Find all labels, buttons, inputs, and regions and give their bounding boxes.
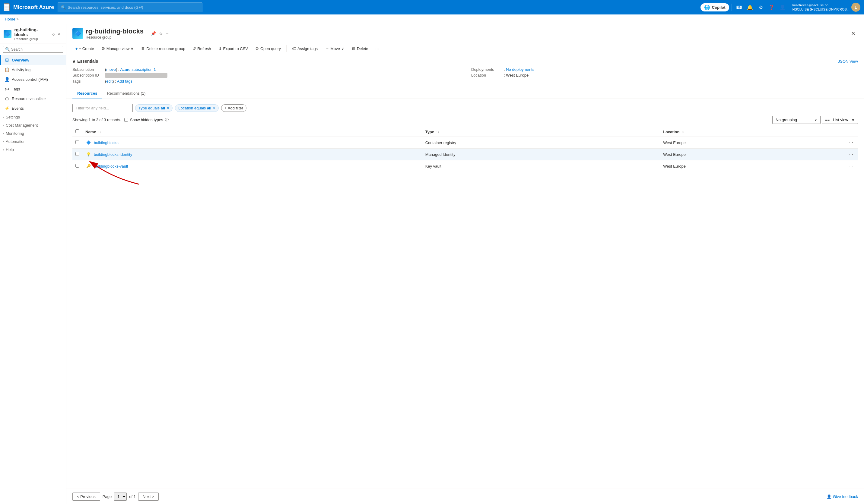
open-query-button[interactable]: ⚙ Open query <box>252 45 284 52</box>
tab-resources[interactable]: Resources <box>72 88 102 99</box>
resource-link-identity[interactable]: buildingblocks-identity <box>94 152 132 157</box>
global-search-box[interactable]: 🔍 <box>58 2 202 12</box>
resources-table: Name ↑↓ Type ↑↓ Location ↑↓ <box>72 127 858 172</box>
deployments-link[interactable]: No deployments <box>506 67 534 72</box>
delete-resource-group-button[interactable]: 🗑 Delete resource group <box>138 45 188 52</box>
more-options-button[interactable]: ··· <box>165 30 171 37</box>
move-chevron-icon: ∨ <box>341 46 344 51</box>
export-csv-button[interactable]: ⬇ Export to CSV <box>215 45 251 52</box>
hamburger-menu-button[interactable]: ☰ <box>4 3 10 11</box>
user-profile[interactable]: luisefreese@hscluise.on... HSCLUISE (HSC… <box>792 3 860 12</box>
type-sort-icon[interactable]: ↑↓ <box>436 131 439 134</box>
notifications-button[interactable]: 🔔 <box>745 2 755 12</box>
json-view-button[interactable]: JSON View <box>838 59 858 64</box>
essentials-collapse-icon: ∧ <box>72 59 75 64</box>
type-filter-chip[interactable]: Type equals all ✕ <box>135 104 172 112</box>
show-hidden-checkbox[interactable] <box>124 118 128 122</box>
create-icon: + <box>75 46 78 51</box>
tags-edit-link[interactable]: edit <box>106 79 112 84</box>
user-directory-button[interactable]: 👤 <box>778 2 788 12</box>
sidebar-group-help[interactable]: › Help <box>0 146 66 154</box>
row-checkbox-vault[interactable] <box>75 164 79 168</box>
toolbar-more-button[interactable]: ··· <box>373 45 382 52</box>
row-checkbox-identity[interactable] <box>75 152 79 156</box>
feedback-icon-button[interactable]: 📧 <box>734 2 744 12</box>
search-icon: 🔍 <box>61 5 66 10</box>
page-select[interactable]: 1 <box>114 493 127 501</box>
col-header-location[interactable]: Location ↑↓ <box>660 127 844 137</box>
subscription-move-link[interactable]: move <box>106 67 116 72</box>
records-count: Showing 1 to 3 of 3 records. <box>72 118 121 122</box>
grouping-dropdown[interactable]: No grouping ∨ <box>772 116 820 124</box>
name-sort-icon[interactable]: ↑↓ <box>98 131 101 134</box>
select-all-checkbox[interactable] <box>75 129 79 133</box>
automation-chevron-icon: › <box>3 140 4 143</box>
info-icon[interactable]: ⓘ <box>165 117 169 122</box>
sidebar-search-box[interactable]: 🔍 <box>3 46 63 53</box>
sidebar-group-automation[interactable]: › Automation <box>0 137 66 146</box>
create-button[interactable]: + + Create <box>72 45 97 52</box>
grouping-chevron-icon: ∨ <box>814 118 817 122</box>
tab-recommendations[interactable]: Recommendations (1) <box>102 88 150 99</box>
resource-name-cell-vault: 🔑 buildingblocks-vault <box>85 163 419 169</box>
resource-icon-buildingblocks: 🔷 <box>85 139 92 146</box>
location-filter-chip[interactable]: Location equals all ✕ <box>175 104 219 112</box>
give-feedback-button[interactable]: 👤 Give feedback <box>827 494 858 499</box>
next-button[interactable]: Next > <box>138 493 159 501</box>
copilot-label: Copilot <box>712 5 725 10</box>
tags-label: Tags <box>72 79 103 84</box>
location-filter-remove-icon[interactable]: ✕ <box>213 107 215 110</box>
brand-label: Microsoft Azure <box>13 4 54 11</box>
tags-add-link[interactable]: Add tags <box>117 79 132 84</box>
sidebar-item-activity-log[interactable]: 📋 Activity log <box>0 65 66 74</box>
delete-button[interactable]: 🗑 Delete <box>348 45 371 52</box>
essentials-header[interactable]: ∧ Essentials JSON View <box>72 59 858 64</box>
row-checkbox-buildingblocks[interactable] <box>75 140 79 144</box>
sidebar-item-tags[interactable]: 🏷 Tags <box>0 84 66 94</box>
manage-view-button[interactable]: ⚙ Manage view ∨ <box>98 45 137 52</box>
sidebar-title: rg-building-blocks <box>14 27 48 37</box>
col-header-type[interactable]: Type ↑↓ <box>422 127 660 137</box>
close-button[interactable]: ✕ <box>849 29 858 38</box>
view-dropdown[interactable]: ≡≡ List view ∨ <box>822 116 858 124</box>
row-more-button-buildingblocks[interactable]: ··· <box>848 139 855 146</box>
sidebar-item-resource-visualizer[interactable]: ⬡ Resource visualizer <box>0 94 66 103</box>
move-button[interactable]: → Move ∨ <box>322 45 347 52</box>
sidebar-group-monitoring[interactable]: › Monitoring <box>0 129 66 137</box>
sidebar-item-events[interactable]: ⚡ Events <box>0 103 66 113</box>
sidebar-collapse-button[interactable]: ◇ <box>51 31 56 37</box>
add-filter-button[interactable]: + Add filter <box>221 104 247 112</box>
help-icon-button[interactable]: ❓ <box>767 2 777 12</box>
favorite-button[interactable]: ☆ <box>158 30 164 37</box>
location-value: : West Europe <box>504 73 529 77</box>
refresh-button[interactable]: ↺ Refresh <box>190 45 214 52</box>
row-more-button-identity[interactable]: ··· <box>848 151 855 158</box>
filter-input[interactable] <box>72 104 133 112</box>
sidebar-item-iam[interactable]: 👤 Access control (IAM) <box>0 74 66 84</box>
sidebar-item-overview[interactable]: ⊞ Overview <box>0 55 66 65</box>
breadcrumb-home[interactable]: Home <box>5 17 15 21</box>
row-more-button-vault[interactable]: ··· <box>848 163 855 169</box>
settings-icon-button[interactable]: ⚙ <box>756 2 766 12</box>
copilot-button[interactable]: 🌐 Copilot <box>700 3 729 11</box>
assign-tags-button[interactable]: 🏷 Assign tags <box>289 45 321 52</box>
pin-button[interactable]: 📌 <box>149 30 157 37</box>
sidebar-group-cost-management[interactable]: › Cost Management <box>0 121 66 129</box>
previous-button[interactable]: < Previous <box>72 493 100 501</box>
resource-link-buildingblocks[interactable]: buildingblocks <box>94 140 119 145</box>
col-header-name[interactable]: Name ↑↓ <box>82 127 422 137</box>
resources-filters: Type equals all ✕ Location equals all ✕ … <box>72 104 858 112</box>
sidebar-minimize-button[interactable]: « <box>57 31 61 37</box>
sidebar-subtitle: Resource group <box>14 37 48 41</box>
resource-link-vault[interactable]: buildingblocks-vault <box>94 164 128 169</box>
location-sort-icon[interactable]: ↑↓ <box>682 131 684 134</box>
resources-area: Type equals all ✕ Location equals all ✕ … <box>67 99 864 489</box>
subscription-name-link[interactable]: Azure subscription 1 <box>120 67 156 72</box>
toolbar-more-icon: ··· <box>375 46 379 51</box>
sidebar-group-settings[interactable]: › Settings <box>0 113 66 121</box>
open-query-icon: ⚙ <box>255 46 259 51</box>
type-filter-remove-icon[interactable]: ✕ <box>167 107 169 110</box>
sidebar-search-input[interactable] <box>11 47 61 51</box>
show-hidden-label[interactable]: Show hidden types <box>130 118 163 122</box>
global-search-input[interactable] <box>68 5 199 10</box>
